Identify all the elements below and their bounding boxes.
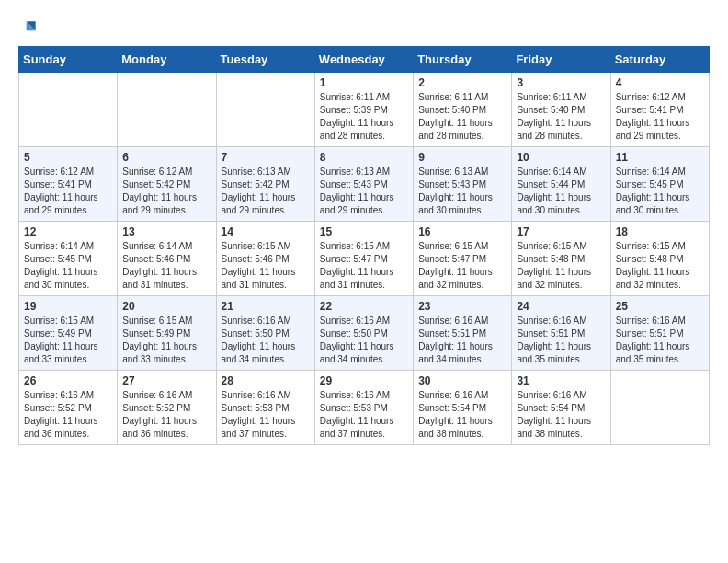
calendar-cell: 10Sunrise: 6:14 AM Sunset: 5:44 PM Dayli… [512, 147, 610, 222]
calendar-cell: 14Sunrise: 6:15 AM Sunset: 5:46 PM Dayli… [216, 222, 314, 296]
day-info: Sunrise: 6:16 AM Sunset: 5:54 PM Dayligh… [517, 390, 591, 439]
calendar-cell: 24Sunrise: 6:16 AM Sunset: 5:51 PM Dayli… [512, 296, 610, 371]
day-number: 27 [122, 374, 210, 387]
day-info: Sunrise: 6:16 AM Sunset: 5:51 PM Dayligh… [616, 316, 690, 364]
day-number: 15 [320, 225, 408, 238]
day-number: 23 [418, 300, 506, 313]
day-info: Sunrise: 6:13 AM Sunset: 5:43 PM Dayligh… [418, 167, 493, 215]
day-info: Sunrise: 6:15 AM Sunset: 5:47 PM Dayligh… [320, 241, 394, 290]
calendar-week-row: 1Sunrise: 6:11 AM Sunset: 5:39 PM Daylig… [19, 73, 710, 147]
day-info: Sunrise: 6:15 AM Sunset: 5:47 PM Dayligh… [418, 241, 493, 290]
calendar-week-row: 26Sunrise: 6:16 AM Sunset: 5:52 PM Dayli… [19, 371, 710, 445]
calendar-cell: 16Sunrise: 6:15 AM Sunset: 5:47 PM Dayli… [414, 222, 512, 296]
day-info: Sunrise: 6:15 AM Sunset: 5:46 PM Dayligh… [222, 241, 296, 290]
day-number: 1 [320, 76, 408, 89]
weekday-header: Wednesday [314, 47, 413, 73]
day-number: 7 [222, 151, 310, 164]
calendar-cell: 23Sunrise: 6:16 AM Sunset: 5:51 PM Dayli… [414, 296, 512, 371]
calendar-table: SundayMondayTuesdayWednesdayThursdayFrid… [18, 46, 710, 445]
day-number: 5 [24, 151, 112, 164]
day-info: Sunrise: 6:16 AM Sunset: 5:52 PM Dayligh… [24, 390, 98, 439]
day-info: Sunrise: 6:16 AM Sunset: 5:51 PM Dayligh… [418, 316, 493, 364]
day-info: Sunrise: 6:14 AM Sunset: 5:45 PM Dayligh… [616, 167, 690, 215]
calendar-cell: 22Sunrise: 6:16 AM Sunset: 5:50 PM Dayli… [314, 296, 413, 371]
weekday-header: Tuesday [216, 47, 314, 73]
page-header [18, 18, 710, 37]
day-number: 6 [122, 151, 210, 164]
calendar-cell [216, 73, 314, 147]
calendar-cell: 17Sunrise: 6:15 AM Sunset: 5:48 PM Dayli… [512, 222, 610, 296]
calendar-cell [19, 73, 118, 147]
calendar-cell: 13Sunrise: 6:14 AM Sunset: 5:46 PM Dayli… [118, 222, 216, 296]
day-number: 10 [517, 151, 605, 164]
day-number: 21 [222, 300, 310, 313]
day-info: Sunrise: 6:13 AM Sunset: 5:43 PM Dayligh… [320, 167, 394, 215]
day-info: Sunrise: 6:15 AM Sunset: 5:48 PM Dayligh… [616, 241, 690, 290]
day-info: Sunrise: 6:15 AM Sunset: 5:49 PM Dayligh… [24, 316, 98, 364]
calendar-cell: 11Sunrise: 6:14 AM Sunset: 5:45 PM Dayli… [610, 147, 709, 222]
calendar-cell [610, 371, 709, 445]
calendar-cell: 12Sunrise: 6:14 AM Sunset: 5:45 PM Dayli… [19, 222, 118, 296]
day-number: 12 [24, 225, 112, 238]
day-number: 31 [517, 374, 605, 387]
day-number: 26 [24, 374, 112, 387]
day-number: 3 [517, 76, 605, 89]
day-number: 18 [616, 225, 704, 238]
day-info: Sunrise: 6:14 AM Sunset: 5:44 PM Dayligh… [517, 167, 591, 215]
day-info: Sunrise: 6:16 AM Sunset: 5:53 PM Dayligh… [320, 390, 394, 439]
weekday-header: Saturday [610, 47, 709, 73]
day-info: Sunrise: 6:16 AM Sunset: 5:50 PM Dayligh… [320, 316, 394, 364]
calendar-cell: 26Sunrise: 6:16 AM Sunset: 5:52 PM Dayli… [19, 371, 118, 445]
calendar-cell: 21Sunrise: 6:16 AM Sunset: 5:50 PM Dayli… [216, 296, 314, 371]
day-info: Sunrise: 6:12 AM Sunset: 5:41 PM Dayligh… [24, 167, 98, 215]
calendar-cell: 4Sunrise: 6:12 AM Sunset: 5:41 PM Daylig… [610, 73, 709, 147]
calendar-week-row: 12Sunrise: 6:14 AM Sunset: 5:45 PM Dayli… [19, 222, 710, 296]
day-number: 29 [320, 374, 408, 387]
logo-icon [20, 18, 39, 37]
day-info: Sunrise: 6:15 AM Sunset: 5:48 PM Dayligh… [517, 241, 591, 290]
day-number: 20 [122, 300, 210, 313]
calendar-cell: 27Sunrise: 6:16 AM Sunset: 5:52 PM Dayli… [118, 371, 216, 445]
calendar-cell [118, 73, 216, 147]
day-info: Sunrise: 6:16 AM Sunset: 5:52 PM Dayligh… [122, 390, 197, 439]
day-info: Sunrise: 6:13 AM Sunset: 5:42 PM Dayligh… [222, 167, 296, 215]
calendar-cell: 2Sunrise: 6:11 AM Sunset: 5:40 PM Daylig… [414, 73, 512, 147]
day-info: Sunrise: 6:14 AM Sunset: 5:46 PM Dayligh… [122, 241, 197, 290]
calendar-cell: 7Sunrise: 6:13 AM Sunset: 5:42 PM Daylig… [216, 147, 314, 222]
calendar-cell: 29Sunrise: 6:16 AM Sunset: 5:53 PM Dayli… [314, 371, 413, 445]
day-number: 2 [418, 76, 506, 89]
calendar-cell: 28Sunrise: 6:16 AM Sunset: 5:53 PM Dayli… [216, 371, 314, 445]
day-number: 17 [517, 225, 605, 238]
day-number: 28 [222, 374, 310, 387]
day-info: Sunrise: 6:11 AM Sunset: 5:40 PM Dayligh… [517, 92, 591, 141]
day-number: 4 [616, 76, 704, 89]
logo [18, 18, 39, 37]
calendar-cell: 15Sunrise: 6:15 AM Sunset: 5:47 PM Dayli… [314, 222, 413, 296]
weekday-header: Friday [512, 47, 610, 73]
calendar-cell: 9Sunrise: 6:13 AM Sunset: 5:43 PM Daylig… [414, 147, 512, 222]
calendar-cell: 30Sunrise: 6:16 AM Sunset: 5:54 PM Dayli… [414, 371, 512, 445]
calendar-cell: 6Sunrise: 6:12 AM Sunset: 5:42 PM Daylig… [118, 147, 216, 222]
calendar-cell: 8Sunrise: 6:13 AM Sunset: 5:43 PM Daylig… [314, 147, 413, 222]
calendar-cell: 5Sunrise: 6:12 AM Sunset: 5:41 PM Daylig… [19, 147, 118, 222]
day-info: Sunrise: 6:11 AM Sunset: 5:39 PM Dayligh… [320, 92, 394, 141]
day-number: 11 [616, 151, 704, 164]
day-info: Sunrise: 6:16 AM Sunset: 5:54 PM Dayligh… [418, 390, 493, 439]
calendar-cell: 1Sunrise: 6:11 AM Sunset: 5:39 PM Daylig… [314, 73, 413, 147]
calendar-cell: 18Sunrise: 6:15 AM Sunset: 5:48 PM Dayli… [610, 222, 709, 296]
day-info: Sunrise: 6:16 AM Sunset: 5:50 PM Dayligh… [222, 316, 296, 364]
day-number: 25 [616, 300, 704, 313]
day-number: 14 [222, 225, 310, 238]
calendar-cell: 20Sunrise: 6:15 AM Sunset: 5:49 PM Dayli… [118, 296, 216, 371]
day-info: Sunrise: 6:16 AM Sunset: 5:51 PM Dayligh… [517, 316, 591, 364]
day-number: 30 [418, 374, 506, 387]
day-number: 8 [320, 151, 408, 164]
day-info: Sunrise: 6:15 AM Sunset: 5:49 PM Dayligh… [122, 316, 197, 364]
calendar-cell: 3Sunrise: 6:11 AM Sunset: 5:40 PM Daylig… [512, 73, 610, 147]
day-info: Sunrise: 6:16 AM Sunset: 5:53 PM Dayligh… [222, 390, 296, 439]
weekday-header: Thursday [414, 47, 512, 73]
day-number: 19 [24, 300, 112, 313]
calendar-week-row: 19Sunrise: 6:15 AM Sunset: 5:49 PM Dayli… [19, 296, 710, 371]
day-info: Sunrise: 6:14 AM Sunset: 5:45 PM Dayligh… [24, 241, 98, 290]
day-info: Sunrise: 6:12 AM Sunset: 5:41 PM Dayligh… [616, 92, 690, 141]
